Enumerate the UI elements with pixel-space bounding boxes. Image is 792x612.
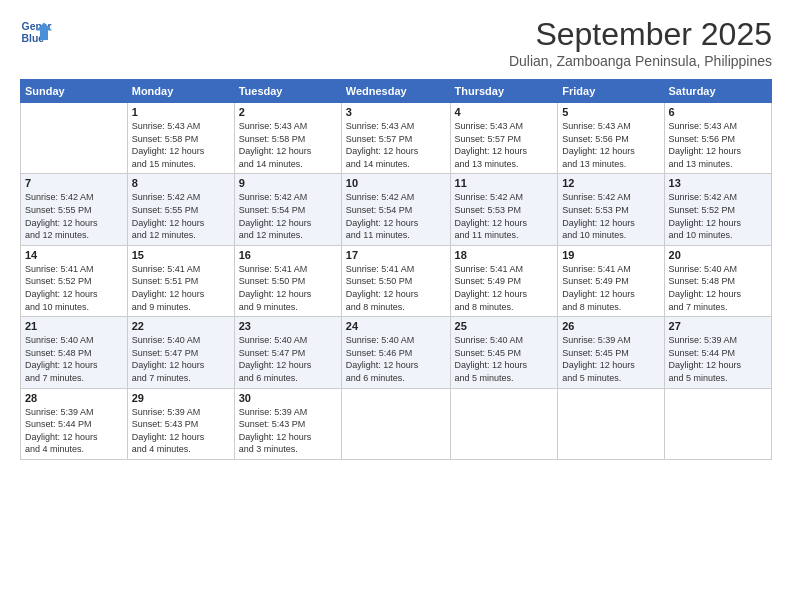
cell-day-info: Sunrise: 5:43 AMSunset: 5:57 PMDaylight:… bbox=[455, 120, 554, 170]
calendar-cell: 3Sunrise: 5:43 AMSunset: 5:57 PMDaylight… bbox=[341, 103, 450, 174]
cell-day-info: Sunrise: 5:43 AMSunset: 5:56 PMDaylight:… bbox=[562, 120, 659, 170]
cell-day-info: Sunrise: 5:40 AMSunset: 5:48 PMDaylight:… bbox=[25, 334, 123, 384]
cell-day-info: Sunrise: 5:41 AMSunset: 5:50 PMDaylight:… bbox=[346, 263, 446, 313]
logo: General Blue bbox=[20, 16, 52, 48]
cell-day-info: Sunrise: 5:40 AMSunset: 5:47 PMDaylight:… bbox=[132, 334, 230, 384]
cell-day-number: 14 bbox=[25, 249, 123, 261]
calendar-cell bbox=[341, 388, 450, 459]
calendar-week-row: 14Sunrise: 5:41 AMSunset: 5:52 PMDayligh… bbox=[21, 245, 772, 316]
calendar-cell: 4Sunrise: 5:43 AMSunset: 5:57 PMDaylight… bbox=[450, 103, 558, 174]
cell-day-info: Sunrise: 5:40 AMSunset: 5:48 PMDaylight:… bbox=[669, 263, 767, 313]
calendar-cell: 13Sunrise: 5:42 AMSunset: 5:52 PMDayligh… bbox=[664, 174, 771, 245]
cell-day-number: 13 bbox=[669, 177, 767, 189]
col-monday: Monday bbox=[127, 80, 234, 103]
cell-day-number: 24 bbox=[346, 320, 446, 332]
cell-day-number: 28 bbox=[25, 392, 123, 404]
logo-icon: General Blue bbox=[20, 16, 52, 48]
cell-day-number: 17 bbox=[346, 249, 446, 261]
calendar-cell: 29Sunrise: 5:39 AMSunset: 5:43 PMDayligh… bbox=[127, 388, 234, 459]
cell-day-number: 25 bbox=[455, 320, 554, 332]
cell-day-number: 20 bbox=[669, 249, 767, 261]
calendar-cell: 2Sunrise: 5:43 AMSunset: 5:58 PMDaylight… bbox=[234, 103, 341, 174]
cell-day-number: 16 bbox=[239, 249, 337, 261]
cell-day-number: 11 bbox=[455, 177, 554, 189]
cell-day-number: 5 bbox=[562, 106, 659, 118]
cell-day-number: 6 bbox=[669, 106, 767, 118]
calendar-week-row: 7Sunrise: 5:42 AMSunset: 5:55 PMDaylight… bbox=[21, 174, 772, 245]
cell-day-number: 2 bbox=[239, 106, 337, 118]
calendar-cell: 12Sunrise: 5:42 AMSunset: 5:53 PMDayligh… bbox=[558, 174, 664, 245]
cell-day-info: Sunrise: 5:43 AMSunset: 5:56 PMDaylight:… bbox=[669, 120, 767, 170]
calendar-cell: 25Sunrise: 5:40 AMSunset: 5:45 PMDayligh… bbox=[450, 317, 558, 388]
calendar-cell: 15Sunrise: 5:41 AMSunset: 5:51 PMDayligh… bbox=[127, 245, 234, 316]
col-wednesday: Wednesday bbox=[341, 80, 450, 103]
header: General Blue September 2025 Dulian, Zamb… bbox=[20, 16, 772, 69]
cell-day-info: Sunrise: 5:39 AMSunset: 5:43 PMDaylight:… bbox=[239, 406, 337, 456]
cell-day-info: Sunrise: 5:43 AMSunset: 5:58 PMDaylight:… bbox=[132, 120, 230, 170]
cell-day-info: Sunrise: 5:42 AMSunset: 5:54 PMDaylight:… bbox=[346, 191, 446, 241]
calendar-cell: 7Sunrise: 5:42 AMSunset: 5:55 PMDaylight… bbox=[21, 174, 128, 245]
calendar-cell: 23Sunrise: 5:40 AMSunset: 5:47 PMDayligh… bbox=[234, 317, 341, 388]
calendar-cell: 6Sunrise: 5:43 AMSunset: 5:56 PMDaylight… bbox=[664, 103, 771, 174]
cell-day-info: Sunrise: 5:42 AMSunset: 5:52 PMDaylight:… bbox=[669, 191, 767, 241]
cell-day-info: Sunrise: 5:43 AMSunset: 5:57 PMDaylight:… bbox=[346, 120, 446, 170]
calendar-cell bbox=[558, 388, 664, 459]
calendar-cell bbox=[21, 103, 128, 174]
col-thursday: Thursday bbox=[450, 80, 558, 103]
cell-day-info: Sunrise: 5:40 AMSunset: 5:47 PMDaylight:… bbox=[239, 334, 337, 384]
cell-day-info: Sunrise: 5:41 AMSunset: 5:49 PMDaylight:… bbox=[455, 263, 554, 313]
cell-day-number: 21 bbox=[25, 320, 123, 332]
calendar-cell: 5Sunrise: 5:43 AMSunset: 5:56 PMDaylight… bbox=[558, 103, 664, 174]
calendar-week-row: 21Sunrise: 5:40 AMSunset: 5:48 PMDayligh… bbox=[21, 317, 772, 388]
cell-day-info: Sunrise: 5:42 AMSunset: 5:53 PMDaylight:… bbox=[455, 191, 554, 241]
calendar-cell: 20Sunrise: 5:40 AMSunset: 5:48 PMDayligh… bbox=[664, 245, 771, 316]
calendar-cell: 21Sunrise: 5:40 AMSunset: 5:48 PMDayligh… bbox=[21, 317, 128, 388]
cell-day-number: 8 bbox=[132, 177, 230, 189]
calendar-cell: 19Sunrise: 5:41 AMSunset: 5:49 PMDayligh… bbox=[558, 245, 664, 316]
calendar-cell: 8Sunrise: 5:42 AMSunset: 5:55 PMDaylight… bbox=[127, 174, 234, 245]
col-saturday: Saturday bbox=[664, 80, 771, 103]
cell-day-info: Sunrise: 5:41 AMSunset: 5:51 PMDaylight:… bbox=[132, 263, 230, 313]
calendar-cell: 11Sunrise: 5:42 AMSunset: 5:53 PMDayligh… bbox=[450, 174, 558, 245]
cell-day-number: 10 bbox=[346, 177, 446, 189]
page: General Blue September 2025 Dulian, Zamb… bbox=[0, 0, 792, 612]
cell-day-number: 3 bbox=[346, 106, 446, 118]
cell-day-info: Sunrise: 5:39 AMSunset: 5:45 PMDaylight:… bbox=[562, 334, 659, 384]
cell-day-info: Sunrise: 5:39 AMSunset: 5:44 PMDaylight:… bbox=[669, 334, 767, 384]
col-sunday: Sunday bbox=[21, 80, 128, 103]
calendar-cell bbox=[664, 388, 771, 459]
calendar-cell: 26Sunrise: 5:39 AMSunset: 5:45 PMDayligh… bbox=[558, 317, 664, 388]
cell-day-number: 1 bbox=[132, 106, 230, 118]
cell-day-number: 26 bbox=[562, 320, 659, 332]
cell-day-number: 30 bbox=[239, 392, 337, 404]
calendar-cell: 28Sunrise: 5:39 AMSunset: 5:44 PMDayligh… bbox=[21, 388, 128, 459]
month-title: September 2025 bbox=[509, 16, 772, 53]
cell-day-number: 29 bbox=[132, 392, 230, 404]
cell-day-info: Sunrise: 5:40 AMSunset: 5:45 PMDaylight:… bbox=[455, 334, 554, 384]
calendar-table: Sunday Monday Tuesday Wednesday Thursday… bbox=[20, 79, 772, 460]
calendar-cell: 18Sunrise: 5:41 AMSunset: 5:49 PMDayligh… bbox=[450, 245, 558, 316]
calendar-cell: 22Sunrise: 5:40 AMSunset: 5:47 PMDayligh… bbox=[127, 317, 234, 388]
calendar-cell: 30Sunrise: 5:39 AMSunset: 5:43 PMDayligh… bbox=[234, 388, 341, 459]
col-friday: Friday bbox=[558, 80, 664, 103]
calendar-cell: 1Sunrise: 5:43 AMSunset: 5:58 PMDaylight… bbox=[127, 103, 234, 174]
calendar-cell: 10Sunrise: 5:42 AMSunset: 5:54 PMDayligh… bbox=[341, 174, 450, 245]
cell-day-number: 22 bbox=[132, 320, 230, 332]
cell-day-number: 23 bbox=[239, 320, 337, 332]
cell-day-number: 12 bbox=[562, 177, 659, 189]
calendar-cell bbox=[450, 388, 558, 459]
calendar-cell: 9Sunrise: 5:42 AMSunset: 5:54 PMDaylight… bbox=[234, 174, 341, 245]
calendar-cell: 24Sunrise: 5:40 AMSunset: 5:46 PMDayligh… bbox=[341, 317, 450, 388]
calendar-cell: 16Sunrise: 5:41 AMSunset: 5:50 PMDayligh… bbox=[234, 245, 341, 316]
cell-day-number: 4 bbox=[455, 106, 554, 118]
cell-day-info: Sunrise: 5:41 AMSunset: 5:50 PMDaylight:… bbox=[239, 263, 337, 313]
location-title: Dulian, Zamboanga Peninsula, Philippines bbox=[509, 53, 772, 69]
cell-day-number: 27 bbox=[669, 320, 767, 332]
cell-day-number: 7 bbox=[25, 177, 123, 189]
cell-day-info: Sunrise: 5:40 AMSunset: 5:46 PMDaylight:… bbox=[346, 334, 446, 384]
cell-day-number: 19 bbox=[562, 249, 659, 261]
cell-day-info: Sunrise: 5:42 AMSunset: 5:54 PMDaylight:… bbox=[239, 191, 337, 241]
cell-day-info: Sunrise: 5:43 AMSunset: 5:58 PMDaylight:… bbox=[239, 120, 337, 170]
calendar-cell: 14Sunrise: 5:41 AMSunset: 5:52 PMDayligh… bbox=[21, 245, 128, 316]
calendar-header-row: Sunday Monday Tuesday Wednesday Thursday… bbox=[21, 80, 772, 103]
